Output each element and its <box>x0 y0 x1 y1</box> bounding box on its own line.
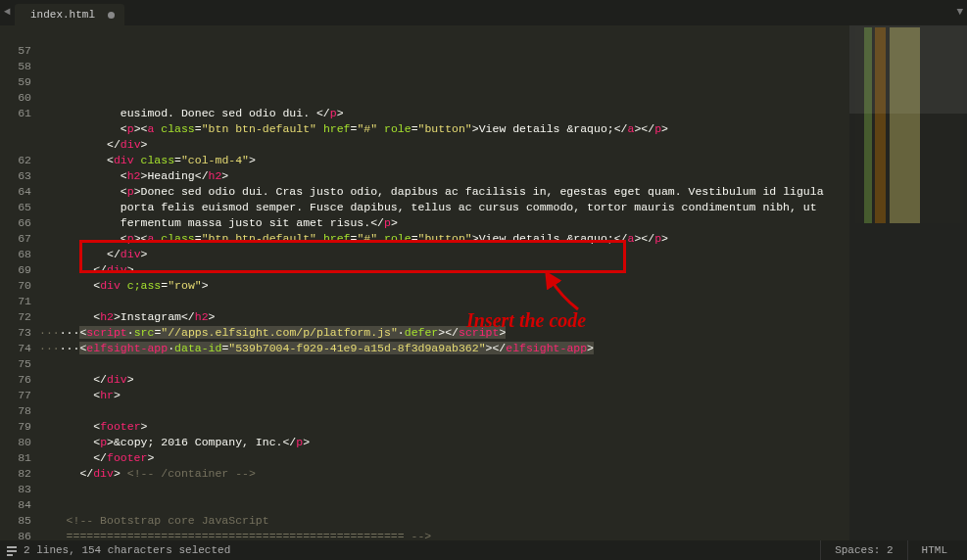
line-number: 68 <box>0 247 31 262</box>
line-number: 85 <box>0 513 31 529</box>
code-line[interactable] <box>39 294 849 309</box>
code-line[interactable]: <!-- Bootstrap core JavaScript <box>39 513 849 529</box>
code-line[interactable]: fermentum massa justo sit amet risus.</p… <box>39 215 849 231</box>
status-bar: 2 lines, 154 characters selected Spaces:… <box>0 540 967 560</box>
line-number <box>0 137 31 153</box>
code-line[interactable] <box>39 356 849 372</box>
line-number: 72 <box>0 309 31 325</box>
line-number: 67 <box>0 231 31 247</box>
code-line[interactable]: </div> <box>39 247 849 262</box>
svg-rect-0 <box>7 546 17 548</box>
line-number: 79 <box>0 419 31 435</box>
code-line[interactable]: </footer> <box>39 450 849 466</box>
selection-icon <box>6 544 18 556</box>
line-number: 73 <box>0 325 31 341</box>
line-number: 71 <box>0 294 31 309</box>
line-number: 65 <box>0 200 31 215</box>
line-number: 84 <box>0 497 31 513</box>
chevron-left-icon[interactable]: ◄ <box>4 6 11 18</box>
svg-rect-2 <box>7 554 13 556</box>
code-line[interactable]: <p><a class="btn btn-default" href="#" r… <box>39 231 849 247</box>
status-syntax[interactable]: HTML <box>907 540 961 560</box>
line-number-gutter: 5758596061626364656667686970717273747576… <box>0 25 39 540</box>
line-number: 59 <box>0 74 31 90</box>
code-line[interactable] <box>39 403 849 419</box>
file-tab[interactable]: index.html <box>15 4 124 25</box>
code-line[interactable]: ······<script·src="//apps.elfsight.com/p… <box>39 325 849 341</box>
line-number: 81 <box>0 450 31 466</box>
dirty-indicator-icon <box>108 12 115 19</box>
line-number <box>0 27 31 43</box>
chevron-down-icon[interactable]: ▼ <box>956 6 963 18</box>
code-line[interactable]: </div> <box>39 262 849 278</box>
line-number: 75 <box>0 356 31 372</box>
tab-bar: ◄ index.html ▼ <box>0 0 967 25</box>
line-number: 62 <box>0 153 31 168</box>
line-number: 80 <box>0 435 31 450</box>
line-number: 63 <box>0 168 31 184</box>
code-line[interactable]: <footer> <box>39 419 849 435</box>
code-line[interactable]: <div class="col-md-4"> <box>39 153 849 168</box>
code-line[interactable]: <p><a class="btn btn-default" href="#" r… <box>39 121 849 137</box>
minimap[interactable] <box>849 25 967 540</box>
line-number: 69 <box>0 262 31 278</box>
code-line[interactable] <box>39 482 849 497</box>
code-line[interactable]: <p>&copy; 2016 Company, Inc.</p> <box>39 435 849 450</box>
line-number: 76 <box>0 372 31 388</box>
code-line[interactable]: <h2>Instagram</h2> <box>39 309 849 325</box>
code-line[interactable]: </div> <box>39 372 849 388</box>
code-line[interactable]: <div c;ass="row"> <box>39 278 849 294</box>
line-number: 78 <box>0 403 31 419</box>
annotation-text: Insert the code <box>466 312 586 328</box>
status-indent[interactable]: Spaces: 2 <box>820 540 906 560</box>
line-number: 82 <box>0 466 31 482</box>
code-line[interactable]: <h2>Heading</h2> <box>39 168 849 184</box>
code-line[interactable]: porta felis euismod semper. Fusce dapibu… <box>39 200 849 215</box>
line-number: 64 <box>0 184 31 200</box>
line-number: 60 <box>0 90 31 106</box>
line-number: 83 <box>0 482 31 497</box>
status-selection: 2 lines, 154 characters selected <box>24 544 230 556</box>
line-number <box>0 121 31 137</box>
line-number: 61 <box>0 106 31 121</box>
code-line[interactable] <box>39 497 849 513</box>
line-number: 57 <box>0 43 31 59</box>
line-number: 70 <box>0 278 31 294</box>
tab-filename: index.html <box>30 9 95 21</box>
code-line[interactable]: </div> <!-- /container --> <box>39 466 849 482</box>
code-line[interactable]: ······<elfsight-app·data-id="539b7004-f9… <box>39 341 849 356</box>
code-line[interactable]: eusimod. Donec sed odio dui. </p> <box>39 106 849 121</box>
line-number: 77 <box>0 388 31 403</box>
code-line[interactable]: ========================================… <box>39 529 849 540</box>
code-line[interactable]: </div> <box>39 137 849 153</box>
svg-rect-1 <box>7 550 17 552</box>
minimap-viewport[interactable] <box>849 25 967 114</box>
code-line[interactable]: <hr> <box>39 388 849 403</box>
editor[interactable]: 5758596061626364656667686970717273747576… <box>0 25 967 540</box>
code-line[interactable]: <p>Donec sed odio dui. Cras justo odio, … <box>39 184 849 200</box>
line-number: 74 <box>0 341 31 356</box>
line-number: 58 <box>0 59 31 74</box>
code-area[interactable]: Insert the code eusimod. Donec sed odio … <box>39 25 849 540</box>
line-number: 66 <box>0 215 31 231</box>
